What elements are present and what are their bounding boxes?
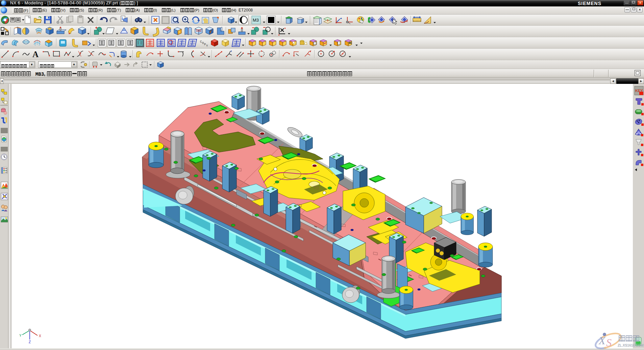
svg-text:S: S bbox=[606, 336, 612, 349]
svg-text:M3: M3 bbox=[253, 18, 259, 23]
svg-text:X: X bbox=[39, 334, 41, 338]
svg-text:Y: Y bbox=[206, 44, 208, 48]
svg-text:Y: Y bbox=[19, 334, 22, 337]
svg-text:X: X bbox=[598, 334, 606, 347]
svg-text:O: O bbox=[202, 42, 204, 45]
svg-text:Z: Z bbox=[29, 340, 31, 344]
svg-text:A: A bbox=[32, 50, 39, 59]
svg-text:P: P bbox=[204, 43, 206, 46]
